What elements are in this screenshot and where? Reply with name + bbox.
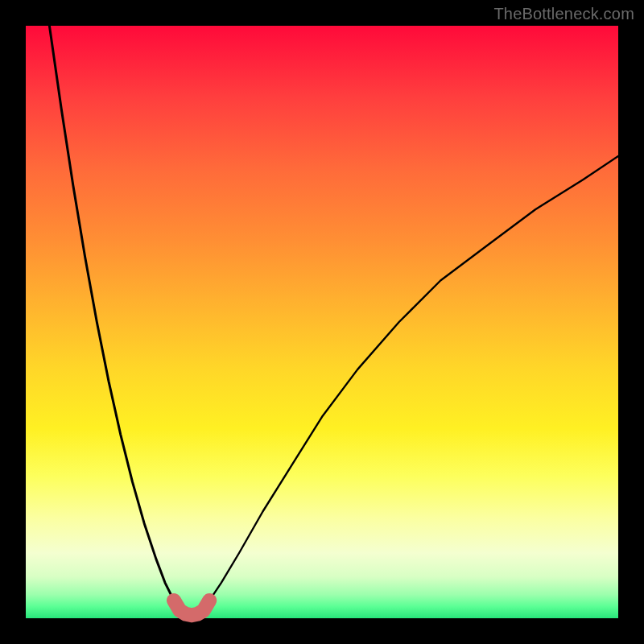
watermark-label: TheBottleneck.com: [493, 5, 634, 23]
chart-svg: [26, 26, 618, 618]
curve-left: [49, 26, 174, 601]
curve-right: [209, 156, 618, 601]
chart-canvas: [26, 26, 618, 618]
trough: [174, 601, 209, 615]
